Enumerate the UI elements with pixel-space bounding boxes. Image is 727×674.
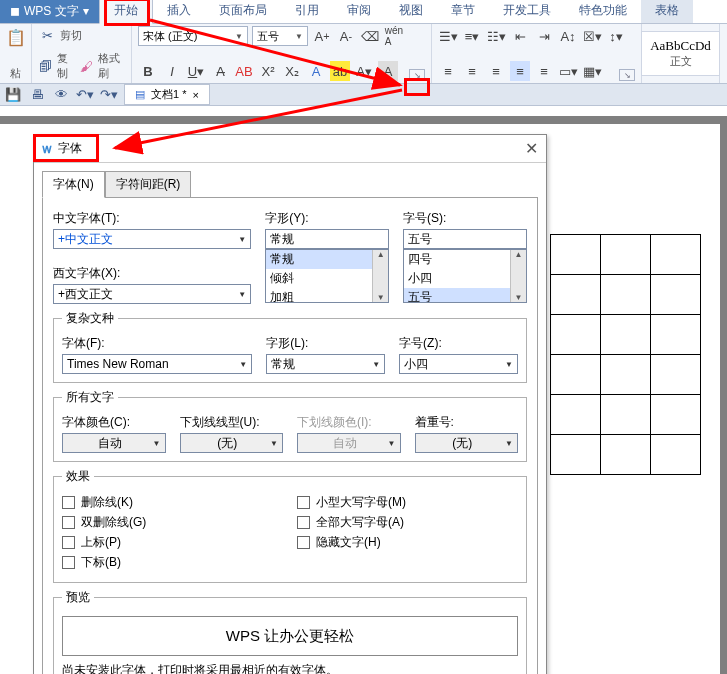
underline-icon[interactable]: U▾ [186,61,206,81]
checkbox-icon [62,516,75,529]
align-left-icon[interactable]: ≡ [438,61,458,81]
chk-dstrike[interactable]: 双删除线(G) [62,514,283,531]
chevron-down-icon: ▼ [238,290,246,299]
color-value: 自动 [98,435,122,452]
font-dialog-launcher[interactable]: ↘ [409,69,425,81]
tab-insert[interactable]: 插入 [153,0,205,23]
chk-label: 双删除线(G) [81,514,146,531]
bullets-icon[interactable]: ☰▾ [438,26,458,46]
outdent-icon[interactable]: ⇤ [510,26,530,46]
cx-style-combo[interactable]: 常规▼ [266,354,385,374]
chk-smallcaps[interactable]: 小型大写字母(M) [297,494,518,511]
tab-feature[interactable]: 特色功能 [565,0,641,23]
sort-icon[interactable]: A↕ [558,26,578,46]
chk-sup[interactable]: 上标(P) [62,534,283,551]
document-tab[interactable]: ▤ 文档1 * × [124,84,210,105]
save-icon[interactable]: 💾 [4,86,22,104]
tab-references[interactable]: 引用 [281,0,333,23]
cx-font-combo[interactable]: Times New Roman▼ [62,354,252,374]
emphasis-combo[interactable]: (无)▼ [415,433,519,453]
size-input[interactable]: 五号 [403,229,527,249]
borders-icon[interactable]: ▦▾ [582,61,602,81]
shading-icon[interactable]: ▭▾ [558,61,578,81]
multilevel-icon[interactable]: ☷▾ [486,26,506,46]
ribbon: 📋 粘 ✂剪切 🗐复制 🖌格式刷 宋体 (正文)▼ 五号▼ A+ A- ⌫ wé… [0,24,727,84]
cn-font-combo[interactable]: +中文正文▼ [53,229,251,249]
strike2-icon[interactable]: AB [234,61,254,81]
preview-icon[interactable]: 👁 [52,86,70,104]
strike-icon[interactable]: A̶ [210,61,230,81]
scrollbar[interactable]: ▲▼ [510,250,526,302]
tab-font[interactable]: 字体(N) [42,171,105,198]
cut-icon[interactable]: ✂ [38,26,56,44]
align-center-icon[interactable]: ≡ [462,61,482,81]
chk-hidden[interactable]: 隐藏文字(H) [297,534,518,551]
paste-icon[interactable]: 📋 [5,26,27,48]
document-table[interactable] [550,234,701,475]
close-doc-icon[interactable]: × [192,89,198,101]
char-shading-icon[interactable]: A [378,61,398,81]
style-list[interactable]: 常规 倾斜 加粗 [265,249,389,303]
format-brush-icon[interactable]: 🖌 [79,57,94,75]
align-right-icon[interactable]: ≡ [486,61,506,81]
clear-format-icon[interactable]: ⌫ [360,26,380,46]
tab-char-spacing[interactable]: 字符间距(R) [105,171,192,198]
list-item[interactable]: 四号 [404,250,526,269]
undo-icon[interactable]: ↶▾ [76,86,94,104]
style-input[interactable]: 常规 [265,229,389,249]
list-item[interactable]: 加粗 [266,288,388,303]
tab-start[interactable]: 开始 [99,0,153,24]
font-name-combo[interactable]: 宋体 (正文)▼ [138,26,248,46]
en-font-label: 西文字体(X): [53,265,251,282]
subscript-icon[interactable]: X₂ [282,61,302,81]
align-justify-icon[interactable]: ≡ [510,61,530,81]
copy-icon[interactable]: 🗐 [38,57,53,75]
bold-icon[interactable]: B [138,61,158,81]
chk-label: 小型大写字母(M) [316,494,406,511]
chk-allcaps[interactable]: 全部大写字母(A) [297,514,518,531]
tab-review[interactable]: 审阅 [333,0,385,23]
list-item[interactable]: 倾斜 [266,269,388,288]
tab-view[interactable]: 视图 [385,0,437,23]
color-combo[interactable]: 自动▼ [62,433,166,453]
list-item[interactable]: 小四 [404,269,526,288]
font-size-combo[interactable]: 五号▼ [252,26,308,46]
align-dist-icon[interactable]: ≡ [534,61,554,81]
chk-strike[interactable]: 删除线(K) [62,494,283,511]
underline-combo[interactable]: (无)▼ [180,433,284,453]
size-label: 字号(S): [403,210,527,227]
superscript-icon[interactable]: X² [258,61,278,81]
text-effect-icon[interactable]: A [306,61,326,81]
scrollbar[interactable]: ▲▼ [372,250,388,302]
wps-logo-icon: ◼ [10,4,20,18]
list-item[interactable]: 常规 [266,250,388,269]
highlight-icon[interactable]: ab [330,61,350,81]
tab-chapter[interactable]: 章节 [437,0,489,23]
style-normal[interactable]: AaBbCcDd 正文 [641,31,720,76]
brush-label: 格式刷 [98,51,125,81]
app-name[interactable]: ◼ WPS 文字 ▾ [0,0,99,23]
tab-layout[interactable]: 页面布局 [205,0,281,23]
size-list[interactable]: 四号 小四 五号 [403,249,527,303]
cx-size-combo[interactable]: 小四▼ [399,354,518,374]
tab-table[interactable]: 表格 [641,0,693,23]
chk-sub[interactable]: 下标(B) [62,554,283,571]
close-icon[interactable]: ✕ [525,139,538,158]
tab-dev[interactable]: 开发工具 [489,0,565,23]
para-dialog-launcher[interactable]: ↘ [619,69,635,81]
numbering-icon[interactable]: ≡▾ [462,26,482,46]
indent-icon[interactable]: ⇥ [534,26,554,46]
font-color-icon[interactable]: A▾ [354,61,374,81]
italic-icon[interactable]: I [162,61,182,81]
shrink-font-icon[interactable]: A- [336,26,356,46]
copy-label: 复制 [57,51,75,81]
line-spacing-icon[interactable]: ↕▾ [606,26,626,46]
print-icon[interactable]: 🖶 [28,86,46,104]
phonetic-icon[interactable]: wénA [384,26,404,46]
en-font-combo[interactable]: +西文正文▼ [53,284,251,304]
grow-font-icon[interactable]: A+ [312,26,332,46]
list-item[interactable]: 五号 [404,288,526,303]
char-scale-icon[interactable]: ☒▾ [582,26,602,46]
preview-fieldset: 预览 WPS 让办公更轻松 尚未安装此字体，打印时将采用最相近的有效字体。 [53,589,527,674]
redo-icon[interactable]: ↷▾ [100,86,118,104]
